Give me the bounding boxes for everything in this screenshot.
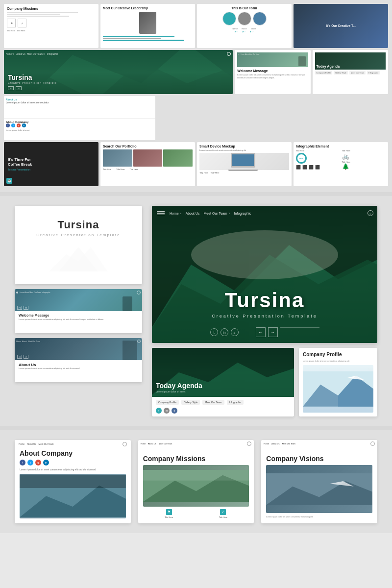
team-photo-2 <box>238 12 251 25</box>
search-icon <box>227 52 231 56</box>
slide-agenda[interactable]: Today Agenda Company Profile Gallery Sty… <box>313 50 388 94</box>
hero-title: Tursina <box>152 289 377 312</box>
tally-here-2: Tally Here <box>211 172 220 174</box>
nav-home: Home <box>264 442 269 445</box>
slide-welcome[interactable]: ≡ Home About Meet Our Team Welcome Messa… <box>235 50 310 94</box>
coffee-title: It's Time ForCoffee Break <box>8 157 95 167</box>
slide-main-hero[interactable]: Home ∨ About Us Meet Our Team ∨ Infograp… <box>4 50 233 94</box>
slide-title: Meet Our Creative Leadership <box>103 6 193 10</box>
slide-row-1: Company Missions ⚑ ✓ Title Here Title He… <box>4 4 388 48</box>
icon-3: ⬛ <box>309 165 314 170</box>
agenda-item-1: Company Profile <box>156 400 179 405</box>
title-here-1: Title Here <box>103 168 111 171</box>
nav-bar: Home About Us Meet Our Team <box>261 440 377 447</box>
slide-title: Company Missions <box>7 7 96 10</box>
nav-about: About Us <box>16 53 25 55</box>
device-image <box>199 153 289 170</box>
slide-company-missions[interactable]: Company Missions ⚑ ✓ Title Here Title He… <box>4 4 98 48</box>
social-icons: f t g in <box>6 123 153 127</box>
title-here-a: Title Here <box>342 149 386 152</box>
linkedin-icon[interactable]: in <box>220 328 228 336</box>
nav-text: Home About Meet Our Team Infographic <box>20 292 50 294</box>
chevron-icon: ∨ <box>180 212 182 215</box>
agenda-item-2: Gallery Style <box>181 400 200 405</box>
large-company-profile-slide[interactable]: Company Profile Lorem ipsum dolor sit am… <box>299 348 377 416</box>
decorative-line <box>7 14 60 15</box>
slide-infographic[interactable]: Infographic Element Title Here 80% ⬛ ⬛ ⬛… <box>294 142 388 186</box>
slide-creative-right[interactable]: It's Our Creative T... <box>294 4 388 48</box>
portfolio-grid <box>103 149 193 167</box>
control-2[interactable]: in <box>164 408 170 414</box>
slide-creative-leadership[interactable]: Meet Our Creative Leadership <box>100 4 195 48</box>
slide-device[interactable]: Smart Device Mockup Lorem ipsum dolor si… <box>197 142 292 186</box>
nav-dots: ≡ <box>238 53 239 55</box>
slide-about[interactable]: About Us Lorem ipsum dolor sit amet cons… <box>4 96 155 140</box>
slide-title: Today Agenda <box>317 65 340 68</box>
svg-rect-8 <box>20 475 126 488</box>
slide-title: This Is Our Team <box>199 6 289 10</box>
title: Company Visions <box>266 455 372 463</box>
nav-about: About Us <box>27 443 36 445</box>
nav-item-3: Meet Our Team <box>28 341 40 343</box>
search-icon <box>370 441 375 446</box>
prev-btn[interactable]: ◻ <box>17 306 22 310</box>
control-3[interactable]: 8 <box>172 408 177 414</box>
next-arrow[interactable]: → <box>16 86 22 90</box>
large-agenda-slide[interactable]: Today Agenda Lorem ipsum dolor sit amet … <box>152 348 294 416</box>
role-3: ▶ ♡ <box>250 31 254 33</box>
portfolio-title: Search Our Portfolio <box>103 145 193 148</box>
twitter-icon[interactable]: t <box>210 328 218 336</box>
check-icon: ✓ <box>220 509 226 515</box>
bottom-company-visions[interactable]: Home About Us Meet Our Team Company Visi… <box>261 440 377 523</box>
btn-2[interactable]: ◻ <box>24 355 28 359</box>
nav-controls: ◻ ◻ <box>17 355 28 359</box>
btn-1[interactable]: ◻ <box>17 355 22 359</box>
next-arrow[interactable]: → <box>268 327 278 337</box>
title-here: Title Here <box>296 149 340 152</box>
bottom-company-missions[interactable]: Home About Us Meet Our Team Company Miss… <box>138 440 254 523</box>
missions-svg <box>143 465 249 507</box>
icon-2: ⬛ <box>302 165 307 170</box>
large-title-slide[interactable]: Tursina Creative Presentation Template <box>15 206 142 284</box>
prev-arrow[interactable]: ← <box>8 86 14 90</box>
decorative-line <box>7 16 69 17</box>
menu-dot <box>16 292 18 294</box>
team-photo-3 <box>253 12 267 25</box>
agenda-item-3: Meet Our Team <box>202 400 224 405</box>
prev-arrow[interactable]: ← <box>256 327 266 337</box>
li-icon: in <box>43 460 49 466</box>
large-welcome-slide[interactable]: Home About Meet Our Team Infographic ◻ ◻… <box>15 289 142 333</box>
missions-image <box>143 465 249 507</box>
agenda-item-1: Company Profile <box>315 71 333 74</box>
bar-2 <box>103 38 161 39</box>
facebook-icon: f <box>6 123 10 127</box>
skype-icon[interactable]: s <box>231 328 239 336</box>
infographic-title: Infographic Element <box>296 145 386 148</box>
person-silhouette <box>122 341 137 360</box>
device-title: Smart Device Mockup <box>199 145 289 148</box>
search-icon[interactable]: ⌕ <box>368 210 373 216</box>
about-text: Lorem ipsum dolor sit amet <box>6 129 153 131</box>
device-text: Lorem ipsum dolor sit amet consectetur a… <box>199 149 289 151</box>
slide-coffee[interactable]: It's Time ForCoffee Break Tursina Presen… <box>4 142 98 186</box>
hero-bottom-row: Today Agenda Lorem ipsum dolor sit amet … <box>152 348 377 416</box>
nav-item-1: Home <box>16 341 21 343</box>
bottom-grid: Home About Us Meet Our Team About Compan… <box>15 440 377 523</box>
separator-2 <box>0 426 392 430</box>
slide-row-2: Home ∨ About Us Meet Our Team ∨ Infograp… <box>4 50 388 140</box>
control-1[interactable]: t <box>156 408 162 414</box>
coffee-icon: ☕ <box>6 178 12 184</box>
slide-our-team[interactable]: This Is Our Team Name Name Name ▶ ♡ ▶ ♡ … <box>197 4 292 48</box>
large-hero-slide[interactable]: Home ∨ About Us Meet Our Team ∨ Infograp… <box>152 206 377 343</box>
company-profile-text: Lorem ipsum dolor sit amet consectetur a… <box>303 360 373 363</box>
icon-row: ⚑ ✓ <box>7 19 96 27</box>
portfolio-item-1 <box>103 149 132 167</box>
large-aboutus-slide[interactable]: Home About Meet Our Team ◻ ◻ About Us Lo… <box>15 338 142 382</box>
slide-text: Lorem ipsum dolor sit amet consectetur a… <box>237 74 308 79</box>
bottom-section: Home About Us Meet Our Team About Compan… <box>0 430 392 533</box>
hero-content: Tursina Creative Presentation Template <box>152 289 377 318</box>
slide-portfolio[interactable]: Search Our Portfolio Title Here Title He… <box>100 142 195 186</box>
next-btn[interactable]: ◻ <box>24 306 28 310</box>
agenda-items: Company Profile Gallery Style Meet Our T… <box>315 71 386 74</box>
bottom-about-company[interactable]: Home About Us Meet Our Team About Compan… <box>15 440 131 523</box>
